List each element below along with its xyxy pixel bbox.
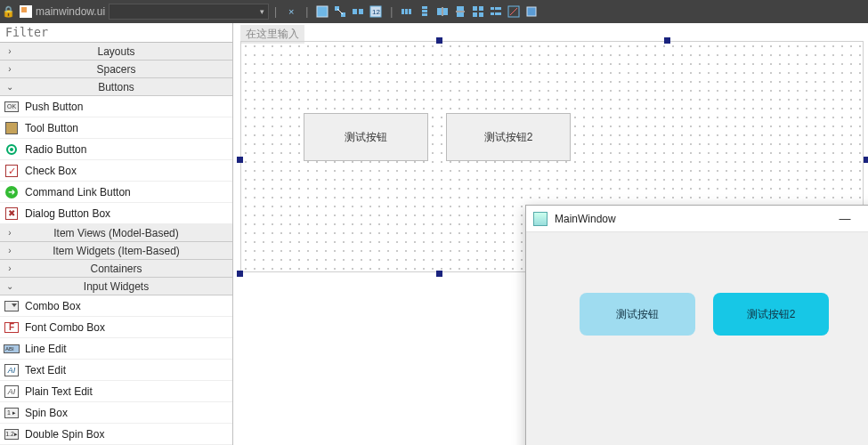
app-icon bbox=[533, 212, 548, 226]
category-label: Spacers bbox=[0, 63, 232, 76]
category-label: Item Views (Model-Based) bbox=[0, 227, 232, 239]
dialog-button-box-icon: ✖ bbox=[4, 206, 20, 222]
svg-rect-16 bbox=[457, 6, 464, 11]
selected-layout[interactable]: 测试按钮 测试按钮2 bbox=[304, 113, 571, 161]
minimize-button[interactable]: — bbox=[825, 206, 864, 232]
break-layout-icon[interactable] bbox=[505, 3, 523, 20]
svg-rect-26 bbox=[495, 12, 501, 15]
check-box-icon: ✓ bbox=[4, 163, 20, 179]
resize-handle[interactable] bbox=[436, 37, 442, 44]
widget-item-label: Combo Box bbox=[25, 300, 81, 312]
category-label: Containers bbox=[0, 263, 232, 275]
toolbar-separator: | bbox=[390, 5, 393, 18]
category-item-widgets[interactable]: › Item Widgets (Item-Based) bbox=[0, 242, 232, 260]
layout-grid-icon[interactable] bbox=[469, 3, 487, 20]
widget-item[interactable]: OKPush Button bbox=[0, 96, 232, 117]
design-canvas[interactable]: 在这里输入 测试按钮 测试按钮2 MainWindow — ☐ ✕ 测试按钮 bbox=[233, 23, 868, 445]
widget-item-label: Radio Button bbox=[25, 143, 86, 156]
resize-handle[interactable] bbox=[436, 271, 442, 277]
category-spacers[interactable]: › Spacers bbox=[0, 61, 232, 78]
svg-rect-7 bbox=[402, 9, 404, 14]
widget-item[interactable]: Combo Box bbox=[0, 295, 232, 317]
category-label: Buttons bbox=[0, 81, 232, 93]
widget-item[interactable]: 1 ▸Spin Box bbox=[0, 402, 232, 424]
tool-button-icon bbox=[4, 120, 20, 136]
line-edit-icon: ABI bbox=[4, 341, 20, 357]
layout-vertical-splitter-icon[interactable] bbox=[451, 3, 469, 20]
toolbar-separator: | bbox=[305, 5, 308, 18]
widget-item[interactable]: AIText Edit bbox=[0, 360, 232, 381]
svg-line-28 bbox=[510, 8, 517, 15]
design-button-2[interactable]: 测试按钮2 bbox=[446, 113, 571, 161]
svg-rect-19 bbox=[473, 6, 477, 11]
widget-item[interactable]: FFont Combo Box bbox=[0, 317, 232, 338]
widget-item-label: Tool Button bbox=[25, 122, 78, 134]
ui-file-icon bbox=[20, 5, 32, 18]
widget-item-label: Check Box bbox=[25, 165, 77, 177]
command-link-button-icon: ➜ bbox=[4, 184, 20, 200]
edit-signals-icon[interactable] bbox=[331, 3, 349, 20]
category-input-widgets[interactable]: ⌄ Input Widgets bbox=[0, 278, 232, 295]
svg-rect-3 bbox=[353, 9, 357, 14]
category-item-views[interactable]: › Item Views (Model-Based) bbox=[0, 224, 232, 242]
layout-horizontal-splitter-icon[interactable] bbox=[434, 3, 451, 20]
layout-vertical-icon[interactable] bbox=[416, 3, 434, 20]
widget-item-label: Spin Box bbox=[25, 407, 68, 419]
edit-tab-order-icon[interactable]: 12 bbox=[367, 3, 385, 20]
widget-item[interactable]: 1.2▸Double Spin Box bbox=[0, 424, 232, 445]
resize-handle[interactable] bbox=[864, 157, 868, 163]
close-icon[interactable]: × bbox=[282, 3, 300, 20]
window-titlebar[interactable]: MainWindow — ☐ ✕ bbox=[526, 206, 868, 232]
widget-item-label: Text Edit bbox=[25, 364, 66, 376]
double-spin-box-icon: 1.2▸ bbox=[4, 426, 20, 442]
category-layouts[interactable]: › Layouts bbox=[0, 43, 232, 61]
spin-box-icon: 1 ▸ bbox=[4, 405, 20, 421]
design-button-1[interactable]: 测试按钮 bbox=[304, 113, 428, 161]
svg-rect-13 bbox=[437, 8, 442, 15]
widget-item[interactable]: ABILine Edit bbox=[0, 338, 232, 360]
svg-rect-23 bbox=[491, 7, 494, 10]
widget-item[interactable]: Radio Button bbox=[0, 139, 232, 160]
preview-window[interactable]: MainWindow — ☐ ✕ 测试按钮 测试按钮2 bbox=[525, 205, 868, 445]
widget-item[interactable]: AIPlain Text Edit bbox=[0, 381, 232, 402]
widget-item[interactable]: Tool Button bbox=[0, 117, 232, 139]
plain-text-edit-icon: AI bbox=[4, 384, 20, 400]
edit-buddies-icon[interactable] bbox=[349, 3, 367, 20]
edit-widgets-icon[interactable] bbox=[313, 3, 331, 20]
svg-rect-21 bbox=[473, 12, 477, 17]
radio-button-icon bbox=[4, 142, 20, 158]
layout-form-icon[interactable] bbox=[487, 3, 505, 20]
resize-handle[interactable] bbox=[237, 157, 243, 163]
file-tab[interactable]: mainwindow.ui bbox=[16, 5, 105, 18]
window-body: 测试按钮 测试按钮2 bbox=[526, 232, 868, 445]
widget-item-label: Line Edit bbox=[25, 343, 67, 355]
push-button-icon: OK bbox=[4, 99, 20, 115]
adjust-size-icon[interactable] bbox=[523, 3, 540, 20]
svg-rect-9 bbox=[409, 9, 411, 14]
svg-rect-24 bbox=[495, 7, 501, 10]
layout-horizontal-icon[interactable] bbox=[398, 3, 416, 20]
widget-item-label: Push Button bbox=[25, 101, 83, 113]
svg-rect-20 bbox=[479, 6, 483, 11]
run-button-1[interactable]: 测试按钮 bbox=[580, 293, 695, 336]
svg-rect-14 bbox=[443, 8, 448, 15]
window-title: MainWindow bbox=[555, 213, 825, 225]
widget-item[interactable]: ➜Command Link Button bbox=[0, 182, 232, 203]
category-label: Input Widgets bbox=[0, 280, 232, 293]
filter-input[interactable] bbox=[0, 23, 232, 43]
category-containers[interactable]: › Containers bbox=[0, 260, 232, 278]
svg-rect-0 bbox=[317, 6, 328, 17]
resize-handle[interactable] bbox=[664, 37, 670, 44]
widget-item[interactable]: ✖Dialog Button Box bbox=[0, 203, 232, 224]
toolbar-separator: | bbox=[274, 5, 277, 18]
file-combo[interactable] bbox=[109, 4, 269, 20]
category-buttons[interactable]: ⌄ Buttons bbox=[0, 78, 232, 96]
combo-box-icon bbox=[4, 298, 20, 314]
widget-item[interactable]: ✓Check Box bbox=[0, 160, 232, 182]
run-button-2[interactable]: 测试按钮2 bbox=[713, 293, 829, 336]
widget-item-label: Font Combo Box bbox=[25, 321, 105, 334]
category-label: Layouts bbox=[0, 45, 232, 58]
svg-rect-8 bbox=[405, 9, 408, 14]
resize-handle[interactable] bbox=[237, 271, 243, 277]
maximize-button[interactable]: ☐ bbox=[864, 206, 868, 232]
